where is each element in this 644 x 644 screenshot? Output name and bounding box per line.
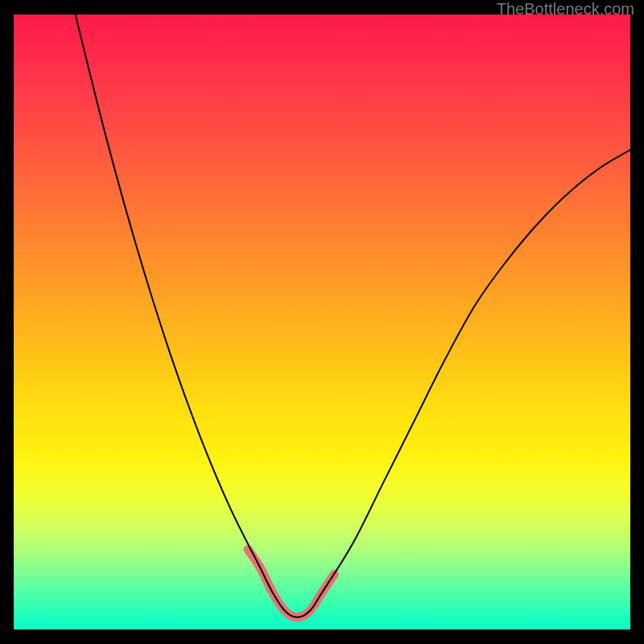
plot-area <box>14 14 630 630</box>
bottleneck-curve <box>76 14 630 617</box>
curve-layer <box>14 14 630 630</box>
chart-stage: TheBottleneck.com <box>0 0 644 644</box>
optimal-region-highlight <box>248 550 334 617</box>
